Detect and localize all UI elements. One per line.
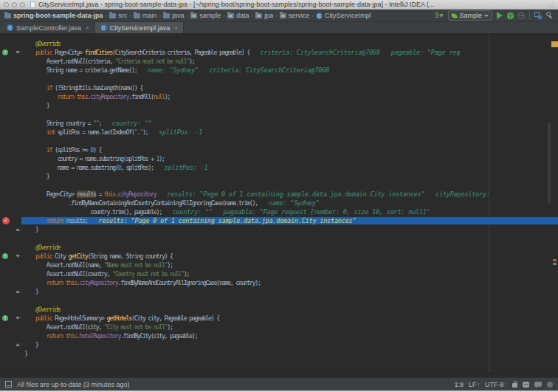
gutter-cell[interactable]: ↑ — [0, 315, 14, 321]
code-line[interactable]: .findByNameContainingAndCountryContainin… — [0, 199, 558, 207]
code-line[interactable]: if (!StringUtils.hasLength(name)) { — [0, 83, 558, 92]
breadcrumb-item-java[interactable]: java — [163, 12, 185, 19]
code-line[interactable]: return this.cityRepository.findByNameAnd… — [0, 278, 558, 287]
editor-scrollbar-thumb[interactable] — [548, 123, 551, 204]
code-line[interactable] — [0, 296, 558, 305]
hector-inspector-icon[interactable] — [523, 382, 529, 388]
code-line[interactable]: return this.hotelRepository.findByCity(c… — [0, 331, 558, 340]
code-text: int splitPos = name.lastIndexOf(","); sp… — [21, 128, 558, 136]
breadcrumb-item-src[interactable]: src — [109, 12, 127, 19]
breadcrumb-item-spring-boot-sample-data-jpa[interactable]: spring-boot-sample-data-jpa — [4, 12, 103, 19]
code-line[interactable]: } — [0, 287, 558, 296]
code-line[interactable] — [0, 137, 558, 145]
notification-bubble-icon[interactable] — [534, 382, 542, 387]
code-line[interactable] — [0, 234, 558, 243]
fold-marker[interactable] — [16, 228, 20, 231]
code-segment: hasLength — [93, 84, 117, 92]
fold-column[interactable] — [14, 343, 21, 346]
code-line[interactable]: Page<City> results = this.cityRepository… — [0, 190, 558, 199]
code-segment: notNull — [66, 270, 85, 278]
fold-column[interactable] — [14, 228, 21, 231]
error-stripe-green-mark[interactable] — [553, 263, 557, 265]
gutter-cell[interactable]: ✓ — [0, 217, 14, 224]
breadcrumb-item-main[interactable]: main — [134, 12, 157, 19]
code-line[interactable]: country.trim(), pageable); country: "" p… — [0, 207, 558, 216]
window-grip-icon[interactable] — [548, 1, 554, 8]
debug-button[interactable] — [507, 13, 514, 19]
tab-close-icon[interactable]: × — [86, 24, 89, 31]
fold-column[interactable] — [14, 255, 21, 258]
code-line[interactable]: return this.cityRepository.findAll(null)… — [0, 92, 558, 101]
override-icon[interactable]: ↑ — [2, 49, 8, 55]
run-button[interactable] — [497, 12, 503, 19]
error-stripe-red-mark[interactable] — [553, 259, 557, 261]
code-line[interactable]: ↑ public Page<HotelSummary> getHotels(Ci… — [0, 314, 558, 323]
code-segment: @Override — [35, 244, 60, 251]
gutter-cell[interactable]: ↑ — [0, 49, 14, 55]
code-line[interactable]: } — [0, 172, 558, 181]
breadcrumb-item-sample[interactable]: sample — [190, 12, 221, 19]
tab-CityServiceImpl.java[interactable]: CCityServiceImpl.java× — [95, 22, 184, 33]
encoding-select[interactable]: UTF-8 ↕ — [485, 381, 507, 388]
run-configuration-select[interactable]: Sample — [448, 10, 492, 21]
code-line[interactable]: } — [0, 101, 558, 110]
fold-column[interactable] — [14, 317, 21, 320]
code-line[interactable]: ✓ return results; results: "Page 0 of 1 … — [0, 216, 558, 225]
code-line[interactable]: String country = ""; country: "" — [0, 119, 558, 128]
caret-position[interactable]: 1:8 — [454, 381, 464, 388]
code-editor[interactable]: @Override↑ public Page<City> findCities(… — [0, 34, 558, 373]
code-line[interactable]: @Override — [0, 243, 558, 252]
code-line[interactable]: name = name.substring(0, splitPos); spli… — [0, 163, 558, 172]
search-everywhere-button[interactable] — [546, 12, 554, 19]
gutter-cell[interactable]: ↑ — [0, 253, 14, 259]
fold-column[interactable] — [14, 290, 21, 293]
code-segment: .findByCity(city, pageable); — [120, 332, 197, 340]
code-line[interactable] — [0, 181, 558, 190]
zoom-window-icon[interactable] — [20, 2, 25, 7]
code-segment: } — [24, 173, 49, 180]
fold-marker[interactable] — [16, 317, 20, 320]
error-stripe-warning-mark[interactable] — [551, 41, 558, 47]
line-ending-select[interactable]: LF ↕ — [469, 381, 480, 388]
breadcrumb-item-data[interactable]: data — [227, 12, 249, 19]
code-line[interactable]: Assert.notNull(name, "Name must not be n… — [0, 261, 558, 269]
code-line[interactable]: if (splitPos >= 0) { — [0, 145, 558, 154]
code-line[interactable]: @Override — [0, 305, 558, 314]
tab-close-icon[interactable]: × — [174, 24, 178, 31]
minimize-window-icon[interactable] — [12, 2, 17, 7]
code-line[interactable] — [0, 110, 558, 119]
lock-icon[interactable] — [512, 383, 517, 388]
fold-marker[interactable] — [16, 290, 20, 293]
override-icon[interactable]: ↑ — [2, 315, 8, 321]
jump-to-line-icon[interactable]: 4110 — [435, 13, 444, 18]
code-line[interactable]: Assert.notNull(city, "City must not be n… — [0, 323, 558, 331]
code-line[interactable]: } — [0, 225, 558, 234]
code-line[interactable]: } — [0, 349, 558, 358]
fold-column[interactable] — [14, 51, 21, 54]
code-line[interactable]: int splitPos = name.lastIndexOf(","); sp… — [0, 128, 558, 137]
code-segment — [24, 244, 35, 251]
breadcrumb-item-jpa[interactable]: jpa — [255, 12, 273, 19]
code-line[interactable]: String name = criteria.getName(); name: … — [0, 66, 558, 75]
fold-marker[interactable] — [16, 343, 20, 346]
toolwindow-toggle-icon[interactable] — [5, 381, 12, 388]
tab-SampleController.java[interactable]: CSampleController.java× — [1, 22, 95, 33]
breadcrumb-item-CityServiceImpl[interactable]: CCityServiceImpl — [316, 12, 371, 19]
code-line[interactable]: ↑ public Page<City> findCities(CitySearc… — [0, 48, 558, 57]
breakpoint-icon[interactable]: ✓ — [2, 217, 10, 224]
restore-layout-button[interactable] — [534, 12, 542, 19]
code-line[interactable]: Assert.notNull(country, "Country must no… — [0, 269, 558, 278]
fold-marker[interactable] — [16, 255, 20, 258]
code-line[interactable]: @Override — [0, 39, 558, 48]
code-line[interactable]: } — [0, 340, 558, 349]
code-line[interactable]: country = name.substring(splitPos + 1); — [0, 154, 558, 163]
code-line[interactable]: Assert.notNull(criteria, "Criteria must … — [0, 57, 558, 66]
close-window-icon[interactable] — [4, 2, 9, 7]
code-line[interactable] — [0, 75, 558, 83]
spring-leaf-icon — [452, 13, 458, 19]
fold-marker[interactable] — [16, 51, 20, 54]
breadcrumb-item-service[interactable]: service — [280, 12, 310, 19]
run-with-coverage-button[interactable] — [518, 13, 525, 19]
override-icon[interactable]: ↑ — [2, 253, 8, 259]
code-line[interactable]: ↑ public City getCity(String name, Strin… — [0, 252, 558, 261]
